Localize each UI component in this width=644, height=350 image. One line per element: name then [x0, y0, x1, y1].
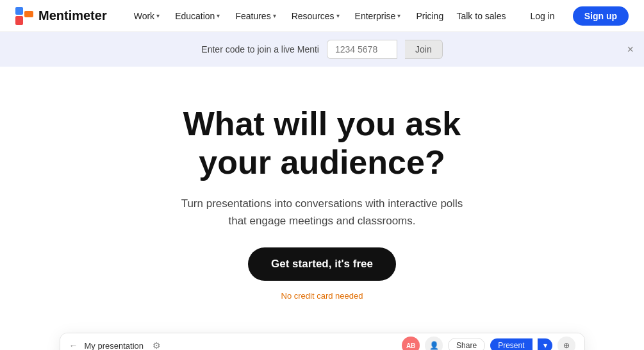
svg-rect-0 [15, 16, 23, 25]
back-arrow-icon[interactable]: ← [69, 340, 78, 350]
more-icon[interactable]: ⊕ [557, 337, 575, 350]
signup-button[interactable]: Sign up [573, 6, 629, 26]
close-banner-button[interactable]: × [627, 43, 634, 56]
chevron-down-icon: ▾ [397, 12, 400, 19]
avatar: AB [402, 337, 420, 350]
present-dropdown-button[interactable]: ▾ [538, 338, 552, 350]
banner-text: Enter code to join a live Menti [201, 44, 319, 54]
nav-pricing[interactable]: Pricing [409, 7, 450, 25]
nav-talk-to-sales[interactable]: Talk to sales [450, 7, 512, 25]
join-button[interactable]: Join [405, 40, 443, 59]
hero-title: What will you ask your audience? [13, 105, 631, 182]
preview-topbar: ← My presentation ⚙ AB 👤 Share Present ▾… [60, 333, 584, 350]
preview-section: ← My presentation ⚙ AB 👤 Share Present ▾… [0, 320, 644, 350]
logo[interactable]: Mentimeter [15, 7, 107, 25]
presentation-name: My presentation [85, 341, 144, 350]
navbar: Mentimeter Work ▾ Education ▾ Features ▾… [0, 0, 644, 32]
hero-section: What will you ask your audience? Turn pr… [0, 67, 644, 320]
svg-rect-2 [24, 11, 33, 17]
join-banner: Enter code to join a live Menti Join × [0, 32, 644, 67]
chevron-down-icon: ▾ [217, 12, 220, 19]
nav-links: Work ▾ Education ▾ Features ▾ Resources … [128, 7, 450, 25]
preview-window: ← My presentation ⚙ AB 👤 Share Present ▾… [60, 333, 585, 350]
nav-features[interactable]: Features ▾ [229, 7, 282, 25]
code-input[interactable] [327, 40, 397, 59]
logo-text: Mentimeter [38, 8, 107, 23]
chevron-down-icon: ▾ [336, 12, 340, 19]
get-started-button[interactable]: Get started, it's free [248, 247, 396, 281]
gear-icon[interactable]: ⚙ [153, 340, 161, 350]
people-icon[interactable]: 👤 [425, 337, 443, 350]
share-button[interactable]: Share [448, 338, 485, 350]
topbar-right: AB 👤 Share Present ▾ ⊕ [402, 337, 575, 350]
login-button[interactable]: Log in [520, 6, 565, 26]
svg-rect-1 [15, 7, 23, 15]
nav-work[interactable]: Work ▾ [128, 7, 166, 25]
nav-enterprise[interactable]: Enterprise ▾ [349, 7, 408, 25]
chevron-down-icon: ▾ [156, 12, 160, 19]
nav-resources[interactable]: Resources ▾ [285, 7, 346, 25]
no-credit-card-text: No credit card needed [13, 291, 631, 301]
nav-education[interactable]: Education ▾ [169, 7, 226, 25]
chevron-down-icon: ▾ [273, 12, 276, 19]
present-button[interactable]: Present [490, 338, 532, 350]
hero-subtitle: Turn presentations into conversations wi… [181, 195, 463, 229]
nav-right: Talk to sales Log in Sign up [450, 6, 629, 26]
